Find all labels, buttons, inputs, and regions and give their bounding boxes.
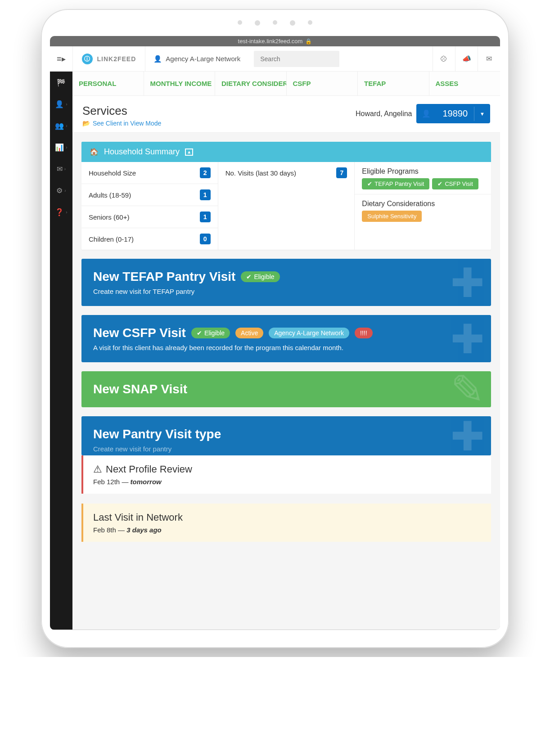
user-icon: 👤 [153, 55, 162, 63]
hamburger-icon: ≡▸ [57, 54, 66, 64]
new-snap-visit-card[interactable]: ✎ New SNAP Visit [81, 371, 491, 407]
adults-row: Adults (18-59) 1 [81, 184, 218, 206]
new-csfp-visit-card[interactable]: ✚ New CSFP Visit ✔Eligible Active Agency… [81, 315, 491, 362]
announcements-button[interactable]: 📣 [455, 46, 478, 71]
household-summary-card: 🏠 Household Summary ▲ Household Size 2 [81, 142, 491, 250]
card-title: New TEFAP Pantry Visit [93, 270, 235, 284]
tab-assessments[interactable]: ASSES [429, 72, 500, 95]
check-icon: ✔ [437, 180, 442, 187]
view-mode-text: See Client in View Mode [93, 120, 161, 127]
card-subtitle: Create new visit for pantry [93, 445, 479, 453]
card-subtitle: Create new visit for TEFAP pantry [93, 288, 479, 295]
new-pantry-visit-card[interactable]: ✚ New Pantry Visit type Create new visit… [81, 416, 491, 455]
household-mid-col: No. Visits (last 30 days) 7 [218, 162, 355, 250]
label: Children (0-17) [89, 235, 134, 243]
tablet-frame: test-intake.link2feed.com 🔒 ≡▸ ⓘ LINK2FE… [41, 9, 509, 648]
household-right-col: Eligible Programs ✔TEFAP Pantry Visit ✔C… [355, 162, 491, 250]
image-icon[interactable]: ▲ [185, 148, 193, 156]
chevron-right-icon: › [64, 166, 66, 171]
card-title: New Pantry Visit type [93, 427, 221, 441]
chevron-right-icon: › [66, 102, 67, 107]
tab-tefap[interactable]: TEFAP [358, 72, 429, 95]
dashboard-icon: 🏁 [57, 78, 66, 87]
last-visit-alert: Last Visit in Network Feb 8th — 3 days a… [81, 504, 491, 542]
client-name: Howard, Angelina [356, 110, 412, 118]
view-mode-link[interactable]: 📂 See Client in View Mode [82, 120, 161, 127]
menu-toggle[interactable]: ≡▸ [50, 46, 73, 71]
children-row: Children (0-17) 0 [81, 228, 218, 250]
sitemap-button[interactable]: ⛒ [433, 46, 455, 71]
search-input[interactable] [254, 51, 339, 67]
dietary-pill: Sulphite Sensitivity [362, 211, 422, 222]
plus-icon: ✚ [451, 315, 484, 362]
card-title: New CSFP Visit [93, 326, 186, 340]
alert-title-text: Last Visit in Network [93, 512, 183, 523]
envelope-icon: ✉ [57, 165, 63, 173]
eligible-badge: ✔Eligible [191, 328, 230, 338]
household-summary-title: Household Summary [104, 147, 180, 157]
sidebar-groups[interactable]: 👥› [50, 115, 72, 136]
screen: test-intake.link2feed.com 🔒 ≡▸ ⓘ LINK2FE… [50, 36, 500, 630]
sidebar-client[interactable]: 👤› [50, 93, 72, 115]
check-icon: ✔ [197, 329, 202, 337]
chevron-down-icon[interactable]: ▼ [474, 107, 490, 121]
client-tabs: PERSONAL MONTHLY INCOME DIETARY CONSIDER… [72, 72, 500, 96]
alert-relative: tomorrow [131, 478, 162, 486]
client-id-number: 19890 [436, 104, 474, 123]
alert-date: Feb 8th [93, 526, 116, 534]
dietary-title: Dietary Considerations [355, 194, 491, 211]
main-content: PERSONAL MONTHLY INCOME DIETARY CONSIDER… [72, 72, 500, 630]
chevron-right-icon: › [66, 123, 67, 128]
lock-icon: 🔒 [305, 38, 312, 45]
label: Adults (18-59) [89, 191, 131, 199]
home-icon: 🏠 [90, 148, 99, 156]
chevron-right-icon: › [66, 210, 67, 215]
gears-icon: ⚙ [56, 186, 63, 195]
help-icon: ❓ [55, 208, 64, 216]
next-profile-review-alert: ⚠ Next Profile Review Feb 12th — tomorro… [81, 455, 491, 494]
label: Household Size [89, 169, 136, 177]
eligible-programs-title: Eligible Programs [355, 162, 491, 178]
tab-csfp[interactable]: CSFP [287, 72, 358, 95]
url-text: test-intake.link2feed.com [238, 38, 303, 45]
sidebar-reports[interactable]: 📊› [50, 136, 72, 158]
page-header: Services 📂 See Client in View Mode Howar… [72, 96, 500, 133]
seniors-value: 1 [200, 212, 211, 222]
tab-personal[interactable]: PERSONAL [72, 72, 144, 95]
sidebar: 🏁 👤› 👥› 📊› ✉› ⚙› ❓› [50, 72, 72, 630]
sidebar-dashboard[interactable]: 🏁 [50, 72, 72, 93]
label: No. Visits (last 30 days) [225, 169, 296, 177]
household-size-row: Household Size 2 [81, 162, 218, 184]
sitemap-icon: ⛒ [441, 55, 448, 63]
edit-icon: ✎ [451, 371, 484, 407]
adults-value: 1 [200, 189, 211, 200]
visits-30days-value: 7 [336, 167, 347, 178]
sidebar-help[interactable]: ❓› [50, 201, 72, 223]
tab-dietary[interactable]: DIETARY CONSIDERATIO… [215, 72, 287, 95]
messages-button[interactable]: ✉ [478, 46, 500, 71]
sidebar-mail[interactable]: ✉› [50, 158, 72, 180]
bullhorn-icon: 📣 [462, 54, 471, 63]
chevron-right-icon: › [66, 145, 67, 150]
sidebar-settings[interactable]: ⚙› [50, 180, 72, 201]
logo-icon: ⓘ [82, 54, 93, 64]
agency-selector[interactable]: 👤 Agency A-Large Network [145, 46, 248, 71]
chart-icon: 📊 [55, 143, 64, 152]
brand-text: LINK2FEED [97, 55, 136, 63]
envelope-icon: ✉ [486, 54, 492, 63]
active-badge: Active [235, 328, 263, 338]
visits-30days-row: No. Visits (last 30 days) 7 [218, 162, 355, 184]
search-area [248, 51, 433, 67]
logo-area[interactable]: ⓘ LINK2FEED [73, 46, 145, 71]
eligible-program-pill: ✔TEFAP Pantry Visit [362, 178, 429, 189]
page-title: Services [82, 104, 161, 118]
eligible-badge: ✔Eligible [241, 271, 280, 282]
client-id-button[interactable]: 👤 19890 ▼ [416, 104, 490, 123]
household-summary-header: 🏠 Household Summary ▲ [81, 142, 491, 162]
new-tefap-visit-card[interactable]: ✚ New TEFAP Pantry Visit ✔Eligible Creat… [81, 259, 491, 306]
user-icon: 👤 [416, 105, 436, 122]
label: Seniors (60+) [89, 213, 129, 221]
children-value: 0 [200, 234, 211, 244]
tab-monthly-income[interactable]: MONTHLY INCOME [144, 72, 216, 95]
household-size-value: 2 [200, 167, 211, 178]
